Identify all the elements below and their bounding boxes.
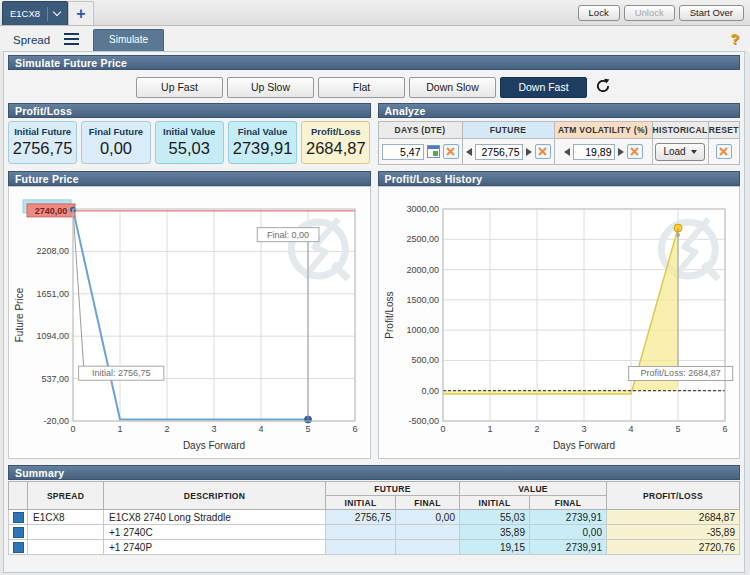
leg-color-swatch — [13, 527, 24, 538]
flat-button[interactable]: Flat — [318, 77, 405, 98]
analyze-col-atm: ATM VOLATILITY (%) — [554, 122, 652, 139]
top-tab-bar: E1CX8 + Lock Unlock Start Over — [0, 0, 750, 26]
section-profit-loss: Profit/Loss — [8, 103, 371, 118]
cell-value-final: 2739,91 — [530, 510, 607, 525]
table-row[interactable]: +1 2740P 19,15 2739,91 2720,76 — [9, 540, 740, 555]
atm-increment-icon[interactable] — [618, 148, 624, 156]
svg-text:1: 1 — [487, 424, 492, 434]
final-future-value: 0,00 — [82, 139, 149, 158]
historical-cell: Load — [652, 139, 708, 165]
chevron-down-icon[interactable] — [53, 8, 61, 16]
reset-cell — [708, 139, 740, 165]
cell-spread: E1CX8 — [28, 510, 104, 525]
down-slow-button[interactable]: Down Slow — [409, 77, 496, 98]
svg-text:Days Forward: Days Forward — [552, 440, 614, 451]
cell-spread — [28, 525, 104, 540]
atm-volatility-input[interactable] — [573, 144, 615, 160]
load-label: Load — [663, 146, 685, 157]
future-decrement-icon[interactable] — [466, 148, 472, 156]
profit-loss-label: Profit/Loss — [302, 126, 369, 137]
profit-loss-card: Profit/Loss 2684,87 — [301, 121, 370, 164]
svg-text:3: 3 — [211, 424, 216, 434]
refresh-icon[interactable] — [594, 78, 612, 96]
sub-tab-bar: Spread Simulate ? — [0, 26, 750, 51]
svg-text:3000,00: 3000,00 — [406, 204, 439, 214]
up-slow-button[interactable]: Up Slow — [227, 77, 314, 98]
profit-loss-value: 2684,87 — [302, 139, 369, 158]
days-cell — [378, 139, 462, 165]
summary-table: SPREAD DESCRIPTION FUTURE VALUE PROFIT/L… — [8, 481, 740, 555]
tab-divider — [47, 7, 48, 21]
svg-text:2: 2 — [164, 424, 169, 434]
days-input[interactable] — [382, 144, 424, 160]
tab-simulate[interactable]: Simulate — [93, 29, 164, 51]
cell-value-initial: 55,03 — [460, 510, 530, 525]
summary-col-value: VALUE — [460, 482, 607, 496]
future-price-chart-box: 01234562208,001651,001094,00537,00-20,00… — [8, 186, 371, 459]
svg-text:1651,00: 1651,00 — [36, 289, 69, 299]
analyze-panel: Analyze DAYS (DTE) FUTURE ATM VOLATILITY… — [378, 103, 741, 165]
row-color-cell — [9, 525, 28, 540]
svg-text:Final: 0,00: Final: 0,00 — [267, 230, 309, 240]
row-color-cell — [9, 510, 28, 525]
cell-future-final — [396, 540, 460, 555]
svg-text:Initial: 2756,75: Initial: 2756,75 — [92, 368, 151, 378]
table-row[interactable]: E1CX8 E1CX8 2740 Long Straddle 2756,75 0… — [9, 510, 740, 525]
svg-text:-20,00: -20,00 — [43, 416, 69, 426]
summary-col-value-initial: INITIAL — [460, 496, 530, 510]
cell-value-final: 0,00 — [530, 525, 607, 540]
days-clear-icon[interactable] — [443, 144, 459, 159]
summary-col-description: DESCRIPTION — [104, 482, 326, 510]
analyze-col-reset: RESET — [708, 122, 740, 139]
down-fast-button[interactable]: Down Fast — [500, 77, 587, 98]
cell-profit-loss: -35,89 — [607, 525, 740, 540]
load-dropdown[interactable]: Load — [655, 143, 704, 161]
up-fast-button[interactable]: Up Fast — [136, 77, 223, 98]
scenario-button-row: Up Fast Up Slow Flat Down Slow Down Fast — [8, 73, 740, 101]
table-row[interactable]: +1 2740C 35,89 0,00 -35,89 — [9, 525, 740, 540]
initial-future-card: Initial Future 2756,75 — [8, 121, 77, 164]
instrument-tab-label: E1CX8 — [10, 8, 40, 19]
initial-value-label: Initial Value — [156, 126, 223, 137]
svg-text:2208,00: 2208,00 — [36, 246, 69, 256]
future-increment-icon[interactable] — [526, 148, 532, 156]
cell-value-final: 2739,91 — [530, 540, 607, 555]
final-value-value: 2739,91 — [229, 139, 296, 158]
atm-clear-icon[interactable] — [627, 144, 643, 159]
future-input[interactable] — [475, 144, 523, 160]
summary-col-profit-loss: PROFIT/LOSS — [607, 482, 740, 510]
instrument-tab[interactable]: E1CX8 — [2, 1, 68, 25]
cell-description: +1 2740C — [104, 525, 326, 540]
pl-history-chart: 01234563000,002500,002000,001500,001000,… — [381, 189, 737, 455]
calendar-icon[interactable] — [427, 145, 440, 158]
atm-volatility-cell — [554, 139, 652, 165]
initial-value-card: Initial Value 55,03 — [155, 121, 224, 164]
future-cell — [462, 139, 554, 165]
future-price-section: Future Price 01234562208,001651,001094,0… — [8, 171, 371, 459]
plus-icon: + — [76, 5, 85, 23]
svg-text:0: 0 — [440, 424, 445, 434]
analyze-col-historical: HISTORICAL — [652, 122, 708, 139]
atm-decrement-icon[interactable] — [564, 148, 570, 156]
cell-profit-loss: 2684,87 — [607, 510, 740, 525]
leg-color-swatch — [13, 542, 24, 553]
reset-icon[interactable] — [716, 144, 732, 159]
cell-description: +1 2740P — [104, 540, 326, 555]
unlock-button[interactable]: Unlock — [624, 5, 675, 21]
pl-history-chart-box: 01234563000,002500,002000,001500,001000,… — [378, 186, 741, 459]
menu-icon[interactable] — [64, 33, 79, 46]
future-clear-icon[interactable] — [535, 144, 551, 159]
help-icon[interactable]: ? — [730, 31, 739, 47]
profit-loss-panel: Profit/Loss Initial Future 2756,75 Final… — [8, 103, 371, 165]
lock-button[interactable]: Lock — [578, 5, 620, 21]
svg-text:4: 4 — [258, 424, 263, 434]
svg-text:4: 4 — [628, 424, 633, 434]
final-future-card: Final Future 0,00 — [81, 121, 150, 164]
add-tab-button[interactable]: + — [68, 1, 94, 25]
initial-value-value: 55,03 — [156, 139, 223, 158]
cell-future-final — [396, 525, 460, 540]
svg-text:1: 1 — [117, 424, 122, 434]
summary-section: Summary SPREAD DESCRIPTION FUTURE VALUE … — [8, 465, 740, 555]
start-over-button[interactable]: Start Over — [679, 5, 744, 21]
svg-text:537,00: 537,00 — [41, 374, 69, 384]
